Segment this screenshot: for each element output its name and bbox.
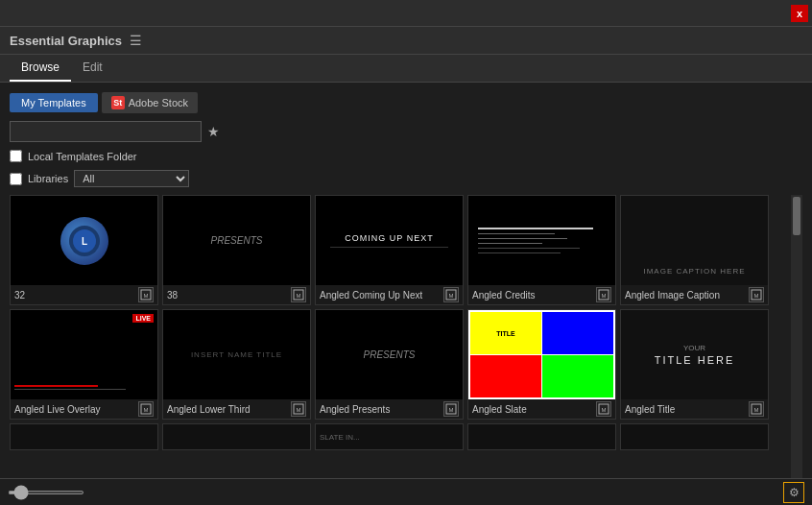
thumb-title: YOUR TITLE HERE — [621, 310, 768, 399]
menu-icon[interactable]: ☰ — [130, 33, 142, 48]
card-credits-label: Angled Credits — [472, 290, 536, 301]
tab-edit[interactable]: Edit — [71, 55, 114, 82]
card-title-label: Angled Title — [625, 404, 675, 415]
card-title-footer: Angled Title M — [621, 399, 768, 419]
thumb-live-overlay: LIVE — [11, 310, 157, 399]
card-38-label: 38 — [167, 290, 178, 301]
template-card-partial-1[interactable] — [10, 423, 158, 450]
card-38-footer: 38 M — [163, 285, 310, 304]
mogrt-badge-coming-up: M — [443, 287, 459, 302]
card-credits-footer: Angled Credits M — [468, 285, 615, 304]
template-card-partial-4[interactable] — [467, 423, 616, 450]
card-32-label: 32 — [14, 290, 25, 301]
scrollbar[interactable] — [791, 195, 802, 486]
mogrt-badge-credits: M — [596, 287, 611, 302]
presents-text: PRESENTS — [211, 235, 263, 246]
bottom-bar: ⚙ — [0, 478, 812, 505]
template-card-partial-3[interactable]: SLATE IN... — [315, 423, 464, 450]
thumb-coming-up: COMING UP NEXT — [316, 196, 463, 285]
coming-up-text: COMING UP NEXT — [345, 233, 433, 243]
title-main-text: TITLE HERE — [655, 354, 735, 366]
local-templates-label: Local Templates Folder — [28, 151, 137, 162]
template-card-partial-2[interactable] — [162, 423, 311, 450]
template-card-credits[interactable]: Angled Credits M — [467, 195, 616, 305]
search-row: 🔍 ★ — [10, 121, 802, 142]
template-card-partial-5[interactable] — [620, 423, 769, 450]
svg-text:M: M — [297, 293, 301, 299]
favorites-star-icon[interactable]: ★ — [207, 124, 220, 139]
thumb-angled-presents: PRESENTS — [316, 310, 463, 399]
mogrt-badge-img-cap: M — [749, 287, 764, 302]
toggle-row: My Templates St Adobe Stock — [10, 92, 802, 113]
title-your-text: YOUR — [683, 344, 705, 352]
zoom-slider[interactable] — [8, 491, 84, 494]
template-card-lower-third[interactable]: INSERT NAME TITLE Angled Lower Third M — [162, 309, 311, 420]
mogrt-badge-live: M — [138, 401, 154, 417]
card-coming-up-footer: Angled Coming Up Next M — [316, 285, 463, 304]
svg-text:M: M — [754, 407, 759, 413]
local-templates-checkbox[interactable] — [10, 150, 22, 162]
search-wrap: 🔍 — [10, 121, 202, 142]
libraries-checkbox[interactable] — [10, 173, 22, 185]
insert-name-text: INSERT NAME TITLE — [191, 350, 282, 359]
template-card-slate[interactable]: TITLE Angled Slate M — [467, 309, 616, 420]
thumb-credits — [468, 196, 615, 285]
template-card-angled-presents[interactable]: PRESENTS Angled Presents M — [315, 309, 464, 420]
card-angled-presents-label: Angled Presents — [320, 404, 390, 415]
mogrt-badge-slate: M — [596, 401, 611, 417]
mogrt-badge-38: M — [291, 287, 306, 302]
svg-text:M: M — [144, 407, 149, 413]
card-live-overlay-label: Angled Live Overlay — [14, 404, 101, 415]
adobe-stock-label: Adobe Stock — [129, 97, 188, 108]
adobe-stock-button[interactable]: St Adobe Stock — [102, 92, 198, 113]
template-card-live-overlay[interactable]: LIVE Angled Live Overlay M — [10, 309, 158, 420]
mogrt-badge-presents: M — [443, 401, 459, 417]
thumb-38: PRESENTS — [163, 196, 310, 285]
panel-title: Essential Graphics — [10, 34, 122, 48]
credits-lines — [474, 224, 609, 257]
local-templates-row: Local Templates Folder — [10, 150, 802, 162]
grid-wrapper: L 32 M PRESENTS 38 — [10, 195, 802, 486]
mogrt-badge-title: M — [749, 401, 764, 417]
svg-text:M: M — [754, 293, 759, 299]
top-bar: x — [0, 0, 812, 27]
template-card-coming-up-next[interactable]: COMING UP NEXT Angled Coming Up Next M — [315, 195, 464, 305]
libraries-select[interactable]: All — [74, 170, 189, 187]
scrollbar-thumb[interactable] — [793, 197, 800, 235]
card-live-overlay-footer: Angled Live Overlay M — [11, 399, 157, 419]
template-card-32[interactable]: L 32 M — [10, 195, 158, 305]
card-32-footer: 32 M — [11, 285, 157, 304]
libraries-label: Libraries — [28, 173, 68, 184]
card-coming-up-label: Angled Coming Up Next — [320, 290, 422, 301]
close-button[interactable]: x — [791, 5, 808, 22]
svg-text:M: M — [297, 407, 301, 413]
my-templates-button[interactable]: My Templates — [10, 93, 98, 112]
thumb-32: L — [11, 196, 157, 285]
svg-text:M: M — [449, 407, 454, 413]
angled-presents-text: PRESENTS — [364, 349, 416, 360]
search-input[interactable] — [10, 121, 202, 142]
svg-text:M: M — [602, 293, 607, 299]
template-card-title[interactable]: YOUR TITLE HERE Angled Title M — [620, 309, 769, 420]
panel-header: Essential Graphics ☰ — [0, 27, 812, 55]
mogrt-badge: M — [138, 287, 154, 302]
settings-button[interactable]: ⚙ — [783, 482, 804, 503]
zoom-slider-wrap — [8, 491, 84, 494]
template-card-38[interactable]: PRESENTS 38 M — [162, 195, 311, 305]
card-slate-footer: Angled Slate M — [468, 399, 615, 419]
svg-text:M: M — [602, 407, 607, 413]
card-image-caption-footer: Angled Image Caption M — [621, 285, 768, 304]
template-card-image-caption[interactable]: IMAGE CAPTION HERE Angled Image Caption … — [620, 195, 769, 305]
libraries-row: Libraries All — [10, 170, 802, 187]
thumb-image-caption: IMAGE CAPTION HERE — [621, 196, 768, 285]
tabs-row: Browse Edit — [0, 55, 812, 83]
svg-text:M: M — [144, 293, 149, 299]
content-area: My Templates St Adobe Stock 🔍 ★ Local Te… — [0, 83, 812, 495]
mogrt-badge-lower: M — [291, 401, 306, 417]
tab-browse[interactable]: Browse — [10, 55, 71, 82]
logo-circle: L — [60, 217, 108, 265]
partial-label: SLATE IN... — [320, 433, 360, 442]
card-lower-third-label: Angled Lower Third — [167, 404, 251, 415]
card-angled-presents-footer: Angled Presents M — [316, 399, 463, 419]
settings-icon: ⚙ — [789, 486, 800, 499]
